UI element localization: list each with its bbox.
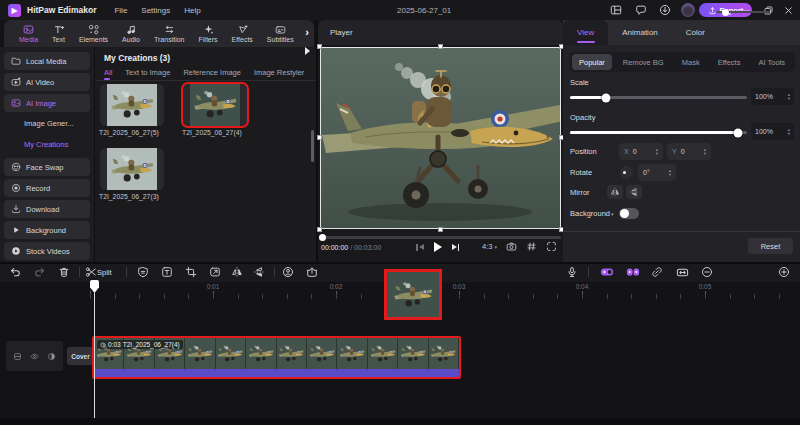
- zoom-out-icon[interactable]: [700, 265, 714, 279]
- player-canvas[interactable]: [320, 47, 561, 229]
- stepper-icons[interactable]: ▴▾: [704, 148, 706, 156]
- opacity-slider-knob[interactable]: [734, 128, 743, 137]
- ribbon-tab-elements[interactable]: Elements: [72, 24, 115, 43]
- timeline-zoom-slider[interactable]: [716, 11, 770, 13]
- face-swap-icon[interactable]: [281, 265, 295, 279]
- scale-value-box[interactable]: 100% ▴▾: [751, 88, 794, 105]
- tab-color[interactable]: Color: [672, 20, 719, 45]
- sidebar-item-my-creations[interactable]: My Creations: [24, 140, 68, 149]
- ribbon-tab-effects[interactable]: Effects: [225, 24, 260, 43]
- player-progress-bar[interactable]: [320, 236, 561, 239]
- aspect-ratio-select[interactable]: 4:3▾: [482, 242, 497, 251]
- category-effects[interactable]: Effects: [711, 54, 748, 70]
- snapshot-icon[interactable]: [506, 241, 517, 252]
- play-button[interactable]: [434, 242, 442, 252]
- category-remove-bg[interactable]: Remove BG: [616, 54, 671, 70]
- fullscreen-icon[interactable]: [546, 241, 557, 252]
- sidebar-item-ai-video[interactable]: AI Video: [4, 73, 90, 91]
- resize-handle[interactable]: [317, 44, 322, 49]
- crop-icon[interactable]: [184, 265, 198, 279]
- ribbon-tab-audio[interactable]: Audio: [115, 24, 147, 43]
- media-tab-all[interactable]: All: [104, 68, 112, 77]
- background-toggle[interactable]: [619, 208, 639, 219]
- timeline-zoom-knob[interactable]: [722, 9, 729, 16]
- dragged-clip-preview[interactable]: [384, 269, 442, 320]
- media-panel-scrollbar[interactable]: [311, 130, 314, 162]
- split-label[interactable]: Split: [97, 268, 112, 277]
- text-box-icon[interactable]: [160, 265, 174, 279]
- undo-icon[interactable]: [8, 265, 22, 279]
- auto-ripple-toggle-icon[interactable]: [600, 265, 614, 279]
- sidebar-item-local-media[interactable]: Local Media: [4, 52, 90, 70]
- tab-animation[interactable]: Animation: [608, 20, 672, 45]
- redo-icon[interactable]: [33, 265, 47, 279]
- speed-icon[interactable]: [136, 265, 150, 279]
- delete-icon[interactable]: [57, 265, 71, 279]
- track-collapse-icon[interactable]: [13, 352, 22, 361]
- track-mute-icon[interactable]: [47, 352, 56, 361]
- next-frame-button[interactable]: [452, 244, 460, 251]
- user-avatar[interactable]: [681, 3, 695, 17]
- resize-handle[interactable]: [438, 227, 443, 232]
- reset-button[interactable]: Reset: [748, 238, 793, 254]
- sidebar-item-download[interactable]: Download: [4, 200, 90, 218]
- pip-icon[interactable]: [208, 265, 222, 279]
- flip-vertical-icon[interactable]: [252, 265, 266, 279]
- track-visibility-icon[interactable]: [30, 352, 39, 361]
- ribbon-tab-transition[interactable]: Transition: [147, 24, 191, 43]
- fit-timeline-icon[interactable]: [675, 265, 689, 279]
- mirror-vertical-button[interactable]: [626, 185, 642, 199]
- panel-expand-icon[interactable]: [305, 47, 310, 55]
- zoom-in-icon[interactable]: [777, 265, 791, 279]
- close-button[interactable]: [783, 5, 794, 16]
- sidebar-item-background[interactable]: Background: [4, 221, 90, 239]
- creation-thumbnail[interactable]: [100, 148, 164, 190]
- ribbon-tab-subtitles[interactable]: Subtitles: [260, 24, 301, 43]
- opacity-value-box[interactable]: 100% ▴▾: [751, 123, 794, 140]
- record-voiceover-icon[interactable]: [565, 265, 579, 279]
- sidebar-item-ai-image[interactable]: AI Image: [4, 94, 90, 112]
- grid-icon[interactable]: [526, 241, 537, 252]
- media-tab-reference-image[interactable]: Reference Image: [183, 68, 241, 77]
- sidebar-item-stock-videos[interactable]: Stock Videos: [4, 242, 90, 260]
- ribbon-tab-media[interactable]: Media: [12, 24, 45, 43]
- background-expand-icon[interactable]: ▾: [611, 211, 614, 217]
- position-x-input[interactable]: X 0 ▴▾: [619, 143, 663, 160]
- previous-frame-button[interactable]: [416, 244, 424, 251]
- creation-thumbnail[interactable]: [100, 84, 164, 126]
- split-icon[interactable]: [84, 265, 98, 279]
- resize-handle[interactable]: [317, 135, 322, 140]
- media-tab-text-to-image[interactable]: Text to Image: [125, 68, 170, 77]
- stepper-icons[interactable]: ▴▾: [669, 169, 671, 177]
- flip-horizontal-icon[interactable]: [230, 265, 244, 279]
- mirror-horizontal-button[interactable]: [607, 185, 623, 199]
- opacity-slider[interactable]: [570, 131, 747, 134]
- tab-view[interactable]: View: [563, 20, 608, 45]
- category-popular[interactable]: Popular: [572, 54, 612, 70]
- scale-slider-knob[interactable]: [602, 93, 611, 102]
- position-y-input[interactable]: Y 0 ▴▾: [667, 143, 711, 160]
- stepper-icons[interactable]: ▴▾: [788, 93, 790, 101]
- ribbon-more-chevron-icon[interactable]: ›: [305, 26, 309, 38]
- category-ai-tools[interactable]: AI Tools: [751, 54, 792, 70]
- layout-panels-icon[interactable]: [609, 3, 623, 17]
- timeline-clip-selected[interactable]: 0:03 T2I_2025_06_27(4): [92, 336, 461, 379]
- magnetic-timeline-toggle-icon[interactable]: [626, 265, 640, 279]
- scale-slider[interactable]: [570, 96, 747, 99]
- menu-help[interactable]: Help: [184, 6, 200, 15]
- export-frame-icon[interactable]: [305, 265, 319, 279]
- ribbon-tab-text[interactable]: Text: [45, 24, 72, 43]
- stepper-icons[interactable]: ▴▾: [788, 128, 790, 136]
- stepper-icons[interactable]: ▴▾: [656, 148, 658, 156]
- ribbon-tab-filters[interactable]: Filters: [192, 24, 225, 43]
- creation-thumbnail-selected[interactable]: [183, 84, 247, 126]
- sidebar-item-record[interactable]: Record: [4, 179, 90, 197]
- sidebar-item-image-generator[interactable]: Image Gener...: [24, 119, 74, 128]
- player-progress-knob[interactable]: [319, 234, 326, 241]
- rotate-dial[interactable]: [620, 166, 633, 179]
- category-mask[interactable]: Mask: [675, 54, 707, 70]
- link-clips-icon[interactable]: [650, 265, 664, 279]
- rotate-input[interactable]: 0° ▴▾: [638, 164, 676, 181]
- resize-handle[interactable]: [438, 44, 443, 49]
- cover-button[interactable]: Cover: [67, 347, 94, 365]
